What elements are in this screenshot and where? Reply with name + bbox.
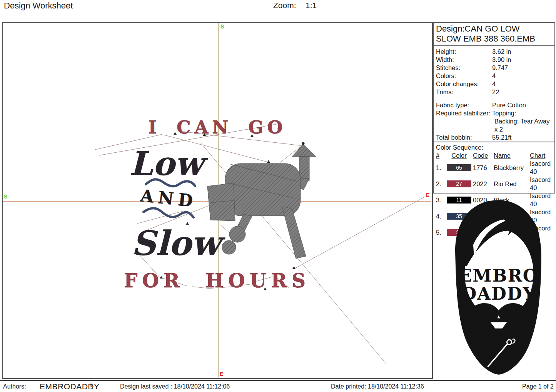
word-slow: Slow (131, 223, 225, 263)
info-field-width: Width: 3.90 in (436, 56, 552, 64)
logo-word-embro: EMBRO (459, 265, 539, 286)
info-field-total-bobbin: Total bobbin: 55.21ft (436, 133, 552, 142)
logo-word-daddy: DADDY (461, 284, 536, 304)
info-field-stitches: Stitches: 9.747 (436, 64, 552, 72)
info-field-trims: Trims: 22 (436, 88, 552, 96)
beard-man-icon: EMBRO DADDY (442, 195, 554, 379)
word-for-hours: FOR HOURS (124, 269, 310, 292)
grill-graphic (207, 142, 316, 259)
info-field-fabric-type: Fabric type: Pure Cotton (436, 101, 552, 109)
start-marker-top: S (220, 23, 224, 30)
color-sequence-header-row: # Color Code Name Chart (436, 152, 552, 160)
info-field-height: Height: 3.62 in (436, 48, 552, 56)
page-title: Design Worksheet (4, 0, 73, 11)
design-last-saved: Design last saved : 18/10/2024 11:12:06 (120, 383, 230, 390)
word-and: AND (139, 185, 199, 211)
design-canvas: S S E E (2, 22, 433, 379)
footer-divider (0, 380, 556, 381)
embroidery-preview: S S E E (3, 23, 431, 377)
registered-mark: ® (90, 383, 93, 387)
zoom-value: 1:1 (306, 1, 317, 10)
date-printed: Date printed: 18/10/2024 11:12:36 (331, 383, 424, 390)
color-sequence-heading: Color Sequence: (436, 143, 552, 152)
thread-color-swatch: 27 (447, 180, 471, 187)
design-title-line1: Design:CAN GO LOW (436, 24, 552, 34)
color-sequence-row-1: 1. 65 1776 Blackberry Isacord 40 (436, 160, 552, 176)
design-title: Design:CAN GO LOW SLOW EMB 388 360.EMB (434, 23, 554, 46)
design-stats: Height: 3.62 in Width: 3.90 in Stitches:… (434, 46, 554, 142)
info-field-stabilizer: Required stabilizer: Topping: (436, 109, 552, 117)
end-marker-bottom: E (220, 371, 223, 377)
zoom-label: Zoom: (273, 1, 296, 10)
color-sequence-row-2: 2. 27 2022 Rio Red Isacord 40 (436, 176, 552, 192)
design-info-panel: Design:CAN GO LOW SLOW EMB 388 360.EMB H… (433, 22, 555, 193)
design-title-line2: SLOW EMB 388 360.EMB (436, 34, 552, 44)
info-field-backing: Backing: Tear Away x 2 (436, 117, 552, 133)
info-field-color-changes: Color changes: 4 (436, 80, 552, 88)
start-marker-left: S (4, 193, 7, 200)
word-low: Low (129, 144, 208, 183)
authors-label: Authors: (3, 383, 26, 390)
word-i-can-go: I CAN GO (148, 117, 286, 138)
info-field-colors: Colors: 4 (436, 72, 552, 80)
page-indicator: Page 1 of 2 (522, 383, 554, 390)
thread-color-swatch: 65 (447, 164, 471, 171)
end-marker-right: E (426, 192, 429, 198)
brand-logo: EMBRO DADDY (442, 195, 554, 379)
